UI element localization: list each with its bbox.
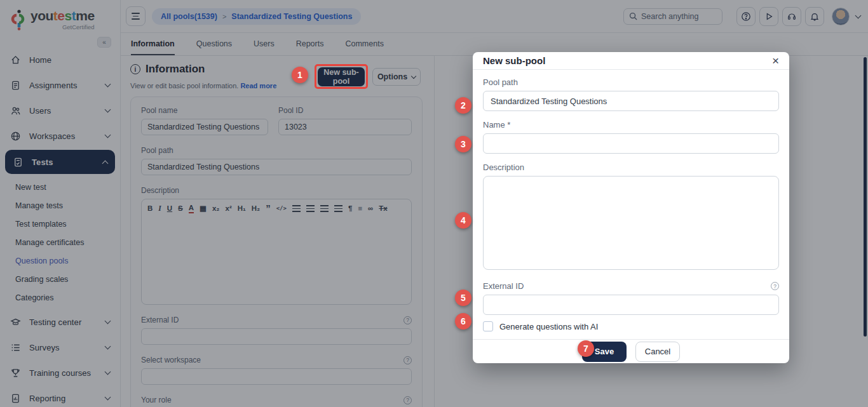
step-badge-3: 3 [455, 136, 471, 152]
step-badge-2: 2 [455, 97, 471, 114]
modal-name-field[interactable] [483, 133, 779, 154]
step-badge-7: 7 [578, 340, 594, 357]
modal-external-id-label: External ID ? [483, 281, 779, 291]
step-badge-1: 1 [292, 67, 308, 83]
help-icon[interactable]: ? [771, 282, 779, 290]
modal-description-field[interactable] [483, 176, 779, 270]
modal-title: New sub-pool [483, 55, 545, 66]
step-badge-6: 6 [455, 313, 471, 330]
cancel-button[interactable]: Cancel [635, 342, 680, 362]
generate-ai-checkbox[interactable] [483, 321, 493, 331]
modal-name-label: Name * [483, 120, 779, 130]
modal-description-label: Description [483, 163, 779, 172]
modal-pool-path-field[interactable] [483, 91, 779, 111]
new-subpool-modal: New sub-pool × Pool path Name * Descript… [473, 52, 789, 363]
step1-highlight-rect [315, 64, 368, 89]
modal-pool-path-label: Pool path [483, 77, 779, 87]
modal-external-id-label-text: External ID [483, 281, 524, 291]
step-badge-4: 4 [455, 212, 471, 229]
generate-ai-label: Generate questions with AI [499, 322, 598, 331]
close-icon[interactable]: × [772, 56, 779, 66]
modal-external-id-field[interactable] [483, 295, 779, 315]
step-badge-5: 5 [455, 290, 471, 306]
